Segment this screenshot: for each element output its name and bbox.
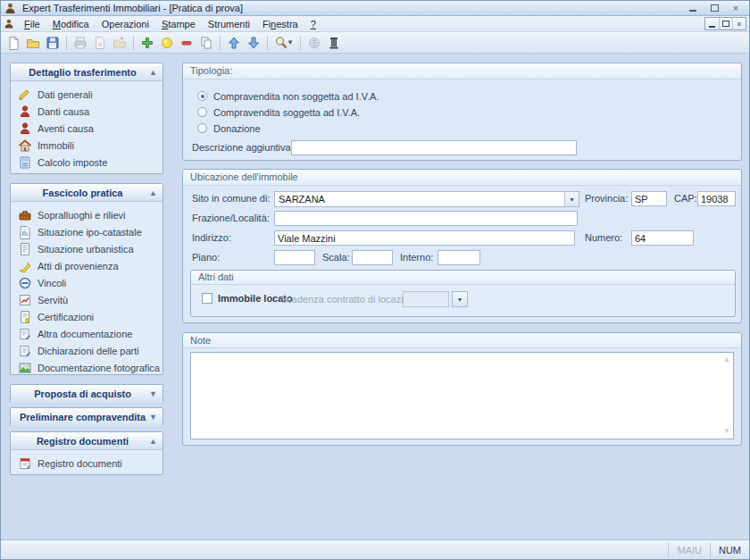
- sidebar-item-label: Situazione ipo-catastale: [38, 227, 142, 238]
- chevron-down-icon: ▼: [149, 413, 157, 422]
- column-icon[interactable]: [325, 34, 343, 52]
- sidebar-section-dettaglio: Dettaglio trasferimento ▲ Dati generali …: [10, 63, 163, 174]
- person-icon: [18, 104, 32, 119]
- scadenza-locazione-dropdown: ▼: [452, 291, 468, 307]
- chevron-up-icon: ▲: [149, 437, 157, 446]
- photo-icon: [18, 361, 32, 375]
- sidebar-item-doc-fotografica[interactable]: Documentazione fotografica: [11, 359, 162, 376]
- menu-modifica[interactable]: Modifica: [46, 17, 96, 31]
- descrizione-aggiuntiva-input[interactable]: [291, 140, 577, 155]
- cap-input[interactable]: [697, 191, 736, 206]
- app-icon: [4, 3, 19, 14]
- menu-stampe[interactable]: Stampe: [155, 17, 202, 31]
- sidebar-header-preliminare[interactable]: Preliminare compravendita ▼: [11, 408, 162, 426]
- deeds-icon: [18, 259, 32, 273]
- interno-input[interactable]: [438, 250, 480, 265]
- piano-label: Piano:: [192, 250, 220, 265]
- delete-icon[interactable]: [178, 34, 196, 52]
- numero-label: Numero:: [585, 230, 622, 246]
- scadenza-locazione-combobox: [403, 291, 449, 307]
- save-icon[interactable]: [44, 34, 62, 52]
- menu-operazioni[interactable]: Operazioni: [96, 17, 155, 31]
- chevron-up-icon: ▲: [149, 68, 157, 77]
- sidebar-item-vincoli[interactable]: Vincoli: [11, 274, 162, 291]
- toolbar-separator: [267, 36, 268, 50]
- register-icon: [18, 456, 32, 471]
- note-textarea[interactable]: ▲ ▼: [190, 352, 734, 439]
- num-lock-indicator: NUM: [711, 541, 749, 559]
- menu-file[interactable]: File: [18, 17, 46, 31]
- sidebar-item-aventi-causa[interactable]: Aventi causa: [11, 120, 162, 137]
- sidebar-item-label: Altra documentazione: [38, 329, 132, 339]
- comune-combobox[interactable]: SARZANA ▼: [274, 191, 579, 207]
- sidebar-header-dettaglio[interactable]: Dettaglio trasferimento ▲: [11, 63, 162, 81]
- sidebar-item-altra-documentazione[interactable]: Altra documentazione: [11, 325, 162, 342]
- copy-icon[interactable]: [197, 34, 215, 52]
- mdi-restore-icon[interactable]: [719, 18, 732, 29]
- radio-label-compravendita-iva[interactable]: Compravendita soggetta ad I.V.A.: [213, 106, 360, 119]
- radio-donazione[interactable]: [197, 123, 207, 133]
- menu-help[interactable]: ?: [304, 17, 322, 31]
- open-folder-icon[interactable]: [24, 34, 42, 52]
- print-icon: [71, 34, 89, 52]
- sidebar-item-sopralluoghi[interactable]: Sopralluoghi e rilievi: [11, 206, 162, 223]
- new-document-icon[interactable]: [4, 34, 22, 52]
- radio-compravendita-iva[interactable]: [197, 107, 207, 117]
- minimize-icon[interactable]: [687, 3, 699, 13]
- move-up-icon[interactable]: [225, 34, 243, 52]
- provincia-input[interactable]: [631, 191, 667, 206]
- declarations-icon: [18, 344, 32, 358]
- sidebar-item-dati-generali[interactable]: Dati generali: [11, 86, 162, 103]
- sidebar-item-label: Calcolo imposte: [38, 157, 107, 168]
- scala-input[interactable]: [352, 250, 393, 265]
- radio-label-compravendita-non-iva[interactable]: Compravendita non soggetta ad I.V.A.: [213, 90, 379, 103]
- edit-icon[interactable]: [158, 34, 176, 52]
- interno-label: Interno:: [400, 250, 433, 265]
- sidebar-item-label: Danti causa: [38, 106, 89, 117]
- menu-finestra[interactable]: Finestra: [256, 17, 304, 31]
- search-icon[interactable]: ▼: [272, 34, 296, 52]
- frazione-input[interactable]: [274, 211, 578, 226]
- radio-compravendita-non-iva[interactable]: [197, 91, 207, 101]
- indirizzo-input[interactable]: [274, 230, 575, 246]
- sidebar-header-fascicolo[interactable]: Fascicolo pratica ▲: [11, 184, 162, 202]
- chevron-down-icon[interactable]: ▼: [564, 192, 579, 206]
- restore-icon[interactable]: [708, 3, 721, 13]
- sidebar-header-registro[interactable]: Registro documenti ▲: [11, 432, 162, 450]
- search-dropdown-caret-icon[interactable]: ▼: [287, 38, 294, 46]
- move-down-icon[interactable]: [245, 34, 262, 52]
- cadastral-document-icon: [18, 225, 32, 239]
- descrizione-aggiuntiva-label: Descrizione aggiuntiva:: [192, 140, 294, 155]
- sidebar-item-servitu[interactable]: Servitù: [11, 291, 162, 308]
- sidebar-item-urbanistica[interactable]: Situazione urbanistica: [11, 240, 162, 257]
- sidebar-item-atti-provenienza[interactable]: Atti di provenienza: [11, 257, 162, 274]
- house-icon: [18, 138, 32, 153]
- piano-input[interactable]: [274, 250, 315, 265]
- sidebar-item-calcolo-imposte[interactable]: Calcolo imposte: [11, 154, 162, 171]
- sidebar-item-danti-causa[interactable]: Danti causa: [11, 103, 162, 120]
- sidebar-header-proposta[interactable]: Proposta di acquisto ▼: [11, 385, 162, 403]
- scroll-up-icon[interactable]: ▲: [723, 356, 730, 364]
- sidebar-item-immobili[interactable]: Immobili: [11, 137, 162, 154]
- sidebar-item-certificazioni[interactable]: Certificazioni: [11, 308, 162, 325]
- radio-label-donazione[interactable]: Donazione: [213, 122, 261, 135]
- sidebar-item-ipo-catastale[interactable]: Situazione ipo-catastale: [11, 223, 162, 240]
- sidebar-item-label: Sopralluoghi e rilievi: [38, 210, 125, 221]
- scroll-down-icon[interactable]: ▼: [723, 428, 730, 435]
- ubicazione-title: Ubicazione dell'immobile: [183, 170, 741, 186]
- sidebar-item-label: Immobili: [38, 140, 74, 151]
- add-icon[interactable]: [138, 34, 156, 52]
- numero-input[interactable]: [631, 230, 694, 246]
- toolbar-separator: [300, 36, 301, 50]
- sidebar-item-registro-documenti[interactable]: Registro documenti: [11, 455, 162, 472]
- mdi-minimize-icon[interactable]: [705, 18, 719, 29]
- content-area: Dettaglio trasferimento ▲ Dati generali …: [1, 54, 749, 541]
- scadenza-locazione-value: [404, 292, 448, 306]
- menu-strumenti[interactable]: Strumenti: [202, 17, 256, 31]
- sidebar-section-registro: Registro documenti ▲ Registro documenti: [10, 431, 163, 475]
- sidebar-item-dichiarazioni[interactable]: Dichiarazioni delle parti: [11, 342, 162, 359]
- immobile-locato-checkbox[interactable]: [202, 293, 212, 304]
- close-icon[interactable]: ×: [729, 3, 742, 13]
- cap-label: CAP:: [674, 191, 697, 206]
- mdi-close-icon[interactable]: ×: [732, 18, 746, 29]
